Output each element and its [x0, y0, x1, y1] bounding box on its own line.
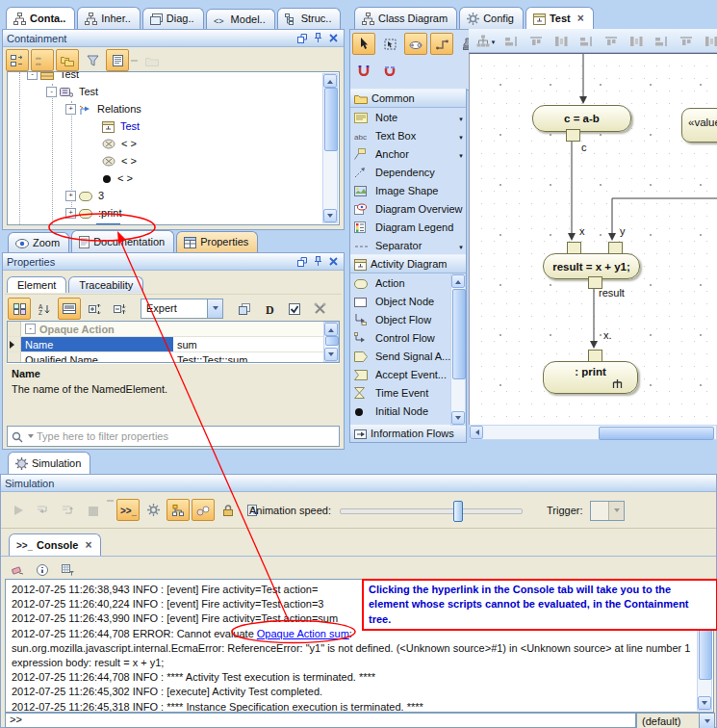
tab-element[interactable]: Element [7, 276, 66, 293]
palette-item-action[interactable]: Action [350, 273, 466, 292]
tree-item-relations[interactable]: +Relations [8, 100, 339, 117]
palette-item-time-event[interactable]: Time Event [350, 383, 466, 402]
tree-item--[interactable]: < > [8, 135, 339, 152]
center-vertical-button[interactable] [525, 30, 548, 52]
play-button[interactable] [7, 499, 30, 521]
open-diagram-button[interactable] [106, 49, 129, 71]
quick-layout-button[interactable] [474, 30, 498, 52]
palette-item-separator[interactable]: Separator [350, 236, 466, 254]
categorize-button[interactable] [8, 298, 31, 320]
show-active-states-button[interactable] [166, 499, 190, 521]
tree-item-test[interactable]: -Test [8, 71, 339, 83]
console-mode-button[interactable]: >>_ [116, 499, 140, 521]
tab-traceability[interactable]: Traceability [68, 276, 143, 293]
animation-speed-slider[interactable] [340, 508, 523, 514]
magnet-button[interactable] [352, 59, 375, 81]
path-button[interactable] [430, 33, 453, 55]
properties-scrollbar[interactable] [323, 322, 339, 362]
distribute-vertical-button[interactable] [625, 30, 648, 52]
palette-section-common[interactable]: Common [350, 89, 466, 108]
distribute-horizontal-button[interactable] [650, 30, 673, 52]
palette-item-control-flow[interactable]: Control Flow [350, 328, 466, 347]
trigger-select[interactable] [590, 501, 625, 521]
palette-item-dependency[interactable]: Dependency [350, 163, 466, 181]
step-into-button[interactable] [32, 499, 55, 521]
palette-item-text-box[interactable]: abcText Box [350, 126, 466, 144]
link-button[interactable] [404, 33, 427, 55]
show-description-button[interactable] [58, 298, 81, 320]
input-pin-y[interactable] [608, 242, 623, 254]
tab-documentation[interactable]: Documentation [71, 230, 174, 252]
palette-item-accept-event-[interactable]: Accept Event... [350, 365, 466, 383]
properties-table[interactable]: - Opaque Action Name sum Qualified Name … [7, 321, 340, 363]
select-button[interactable] [352, 33, 375, 55]
align-bottom-button[interactable] [700, 30, 717, 52]
filter-button[interactable] [81, 49, 104, 71]
tree-item-3[interactable]: +3 [8, 187, 339, 204]
console-error-link[interactable]: Opaque Action sum [257, 628, 349, 639]
diagram-canvas[interactable]: c x y result x. c = a-b «valueS result =… [469, 53, 717, 426]
magnet-alt-button[interactable] [378, 59, 401, 81]
tree-item-test[interactable]: -Test [8, 83, 339, 100]
input-pin-print[interactable] [588, 350, 602, 362]
tab-simulation[interactable]: Simulation [8, 452, 90, 474]
tree-item--print[interactable]: +:print [8, 204, 339, 221]
input-pin-x[interactable] [567, 242, 581, 254]
tree-item-test[interactable]: Test [8, 117, 339, 135]
expand-icon[interactable]: + [65, 104, 76, 115]
palette-item-anchor[interactable]: Anchor [350, 144, 466, 163]
make-same-size-button[interactable] [575, 30, 598, 52]
center-horizontal-button[interactable] [499, 30, 523, 52]
tree-item--[interactable]: < > [8, 152, 339, 169]
output-pin-result[interactable] [588, 276, 602, 289]
property-row-qualified-name[interactable]: Qualified Name Test::Test::sum [8, 352, 339, 363]
tree-scrollbar[interactable] [322, 73, 338, 223]
collapse-icon[interactable]: - [27, 71, 38, 80]
filter-columns-button[interactable] [56, 559, 79, 581]
sort-alpha-button[interactable]: AZ [33, 298, 56, 320]
tab-struc-[interactable]: Struc.. [277, 8, 342, 29]
expand-icon[interactable]: + [65, 208, 76, 219]
tab-console[interactable]: >>_ Console [9, 533, 101, 556]
tab-zoom[interactable]: Zoom [8, 232, 69, 252]
palette-item-send-signal-a-[interactable]: Send Signal A... [350, 347, 466, 365]
tab-inher-[interactable]: Inher.. [77, 7, 141, 29]
action-node-print[interactable]: : print [543, 361, 638, 394]
output-pin[interactable] [566, 129, 580, 142]
collapse-icon[interactable]: - [25, 324, 36, 334]
copy-button[interactable] [233, 298, 256, 320]
palette-scrollbar[interactable] [450, 273, 466, 426]
snap-button[interactable] [550, 30, 573, 52]
console-input[interactable]: >> [5, 713, 636, 728]
align-top-button[interactable] [600, 30, 623, 52]
action-node-c[interactable]: c = a-b [532, 105, 631, 132]
group-folders-button[interactable] [56, 49, 79, 71]
slider-thumb[interactable] [453, 501, 463, 522]
console-profile-select[interactable]: (default) [636, 713, 715, 728]
expand-icon[interactable]: + [65, 191, 76, 201]
action-node-result[interactable]: result = x + y1; [543, 253, 640, 279]
palette-section-information-flows[interactable]: Information Flows [349, 425, 467, 443]
open-folder-button[interactable] [141, 49, 164, 71]
mode-select[interactable]: Expert [141, 299, 223, 319]
customize-button[interactable] [308, 298, 331, 320]
default-value-button[interactable]: D [258, 298, 281, 320]
canvas-h-scrollbar[interactable] [469, 425, 717, 440]
property-group-row[interactable]: - Opaque Action [8, 322, 339, 337]
step-over-button[interactable] [57, 499, 80, 521]
containment-tree[interactable]: -Test-Test+RelationsTest< >< >< >+3+:pri… [7, 71, 340, 225]
palette-item-diagram-legend[interactable]: Diagram Legend [350, 218, 466, 236]
tab-properties[interactable]: Properties [176, 231, 258, 252]
palette-section-activity-diagram[interactable]: Activity Diagram [350, 254, 466, 273]
filter-properties-input[interactable]: Type here to filter properties [7, 426, 340, 447]
tree-item--[interactable]: < > [8, 169, 339, 187]
expand-all-button[interactable] [83, 298, 106, 320]
collapse-tree-button[interactable]: «»«» [31, 49, 54, 71]
clear-button[interactable] [6, 559, 29, 581]
palette-item-object-node[interactable]: Object Node [350, 292, 466, 310]
collapse-all-button[interactable] [108, 298, 131, 320]
breakpoints-button[interactable] [192, 499, 215, 521]
tab-config[interactable]: Config [459, 7, 524, 29]
lock-button[interactable] [217, 499, 240, 521]
close-icon[interactable] [85, 538, 91, 552]
